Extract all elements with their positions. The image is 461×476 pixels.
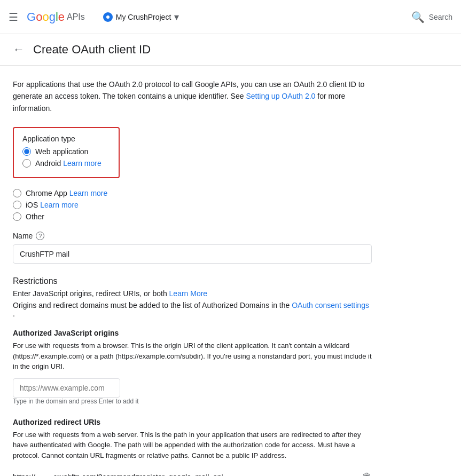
name-section: Name ?: [13, 232, 372, 264]
project-name: My CrushProject: [116, 13, 171, 21]
name-help-icon[interactable]: ?: [36, 232, 44, 240]
radio-chrome-input[interactable]: [13, 189, 21, 197]
search-area[interactable]: 🔍 Search: [411, 11, 452, 23]
google-apis-logo: Google APIs: [27, 10, 85, 24]
page-header: ← Create OAuth client ID: [0, 34, 461, 66]
js-origins-section: Authorized JavaScript origins For use wi…: [13, 329, 372, 405]
top-nav: ☰ Google APIs My CrushProject ▾ 🔍 Search: [0, 0, 461, 34]
radio-other-input[interactable]: [13, 212, 21, 221]
description-text: For applications that use the OAuth 2.0 …: [13, 78, 372, 114]
js-origins-title: Authorized JavaScript origins: [13, 329, 372, 337]
dropdown-arrow-icon: ▾: [174, 11, 179, 23]
radio-other[interactable]: Other: [13, 212, 372, 221]
radio-ios-input[interactable]: [13, 201, 21, 209]
redirect-uris-section: Authorized redirect URIs For use with re…: [13, 418, 372, 476]
search-icon: 🔍: [411, 11, 425, 23]
chrome-learn-more-link[interactable]: Learn more: [69, 189, 108, 197]
radio-android[interactable]: Android Learn more: [22, 159, 110, 168]
origins-note: Origins and redirect domains must be add…: [13, 301, 372, 318]
js-origins-desc: For use with requests from a browser. Th…: [13, 340, 372, 372]
radio-android-label: Android Learn more: [35, 159, 101, 168]
google-logo-text: Google: [27, 10, 65, 24]
js-origins-hint: Type in the domain and press Enter to ad…: [13, 398, 372, 405]
project-icon: [103, 12, 113, 22]
apis-text: APIs: [67, 12, 85, 22]
delete-uri-icon[interactable]: 🗑: [362, 471, 372, 476]
main-content: For applications that use the OAuth 2.0 …: [0, 66, 385, 476]
application-type-section: Application type Web application Android…: [13, 127, 120, 178]
radio-chrome-app[interactable]: Chrome App Learn more: [13, 189, 372, 197]
back-button[interactable]: ←: [13, 43, 25, 57]
radio-ios-label: iOS Learn more: [26, 201, 79, 209]
js-origins-input[interactable]: [13, 378, 120, 398]
application-type-label: Application type: [22, 134, 110, 143]
oauth-consent-link[interactable]: OAuth consent settings: [292, 301, 369, 310]
learn-more-link[interactable]: Learn More: [169, 289, 208, 298]
radio-web-input[interactable]: [22, 147, 31, 156]
ios-learn-more-link[interactable]: Learn more: [40, 201, 79, 209]
radio-chrome-label: Chrome App Learn more: [26, 189, 107, 197]
redirect-uris-desc: For use with requests from a web server.…: [13, 430, 372, 461]
redirect-uris-title: Authorized redirect URIs: [13, 418, 372, 426]
name-label: Name ?: [13, 232, 372, 240]
radio-web-label: Web application: [35, 147, 88, 156]
restrictions-section: Restrictions Enter JavaScript origins, r…: [13, 276, 372, 476]
radio-android-input[interactable]: [22, 159, 31, 168]
restrictions-heading: Restrictions: [13, 276, 372, 286]
radio-other-label: Other: [26, 212, 44, 221]
radio-ios[interactable]: iOS Learn more: [13, 201, 372, 209]
existing-uri-text: https://●●●●crushftp.com/?command=regist…: [13, 473, 223, 476]
search-label: Search: [429, 13, 452, 21]
existing-uri-row: https://●●●●crushftp.com/?command=regist…: [13, 467, 372, 476]
oauth-setup-link[interactable]: Setting up OAuth 2.0: [246, 92, 315, 100]
radio-web-application[interactable]: Web application: [22, 147, 110, 156]
name-input[interactable]: [13, 244, 372, 264]
android-learn-more-link[interactable]: Learn more: [63, 159, 101, 168]
extra-radio-options: Chrome App Learn more iOS Learn more Oth…: [13, 189, 372, 221]
restrictions-desc: Enter JavaScript origins, redirect URIs,…: [13, 289, 372, 298]
project-selector[interactable]: My CrushProject ▾: [98, 8, 184, 26]
menu-icon[interactable]: ☰: [9, 11, 18, 23]
page-title: Create OAuth client ID: [33, 43, 151, 57]
